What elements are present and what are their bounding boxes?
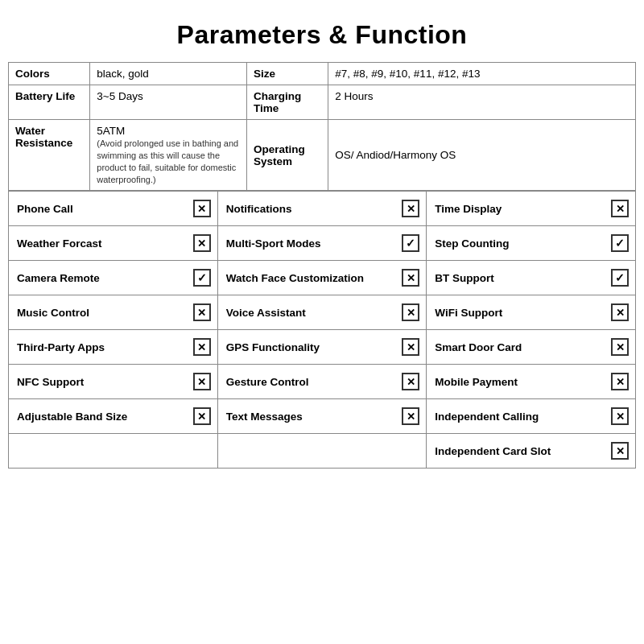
feature-label: Independent Calling (435, 411, 611, 423)
feature-cell: Third-Party Apps (9, 330, 218, 365)
feature-label: BT Support (435, 272, 611, 284)
battery-charging-row: Battery Life 3~5 Days Charging Time 2 Ho… (9, 85, 636, 120)
feature-cell: WiFi Support (427, 295, 636, 330)
feature-checkbox (193, 200, 211, 217)
colors-size-row: Colors black, gold Size #7, #8, #9, #10,… (9, 63, 636, 85)
feature-checkbox (611, 407, 629, 425)
feature-label: Independent Card Slot (435, 445, 611, 457)
feature-row: Independent Card Slot (9, 434, 636, 469)
water-note: (Avoid prolonged use in bathing and swim… (97, 138, 238, 184)
feature-cell: Independent Card Slot (427, 434, 636, 469)
feature-checkbox (611, 442, 629, 460)
feature-cell: Weather Forcast (9, 226, 218, 261)
feature-label: Adjustable Band Size (17, 411, 193, 423)
feature-checkbox (402, 200, 419, 217)
feature-row: Adjustable Band SizeText MessagesIndepen… (9, 399, 636, 434)
feature-cell: Independent Calling (427, 399, 636, 434)
feature-cell (9, 434, 218, 469)
feature-checkbox (611, 303, 629, 321)
charging-label: Charging Time (254, 90, 301, 114)
feature-checkbox (193, 373, 211, 390)
feature-label: Gesture Control (226, 376, 402, 388)
feature-row: Weather ForcastMulti-Sport ModesStep Cou… (9, 226, 636, 261)
feature-label: Voice Assistant (226, 307, 402, 319)
feature-checkbox (193, 407, 211, 425)
water-label: Water Resistance (15, 125, 72, 149)
feature-checkbox (611, 234, 629, 252)
feature-cell: Music Control (9, 295, 218, 330)
feature-checkbox (402, 303, 419, 321)
feature-cell: Text Messages (217, 399, 427, 434)
feature-cell: Mobile Payment (427, 365, 636, 399)
feature-cell: Time Display (427, 192, 636, 226)
feature-checkbox (193, 303, 211, 321)
feature-cell: Multi-Sport Modes (217, 226, 427, 261)
feature-label: NFC Support (17, 376, 193, 388)
feature-checkbox (402, 234, 419, 252)
feature-label: Weather Forcast (17, 237, 193, 250)
charging-value: 2 Hours (335, 90, 373, 102)
feature-checkbox (402, 338, 419, 356)
feature-row: Third-Party AppsGPS FunctionalitySmart D… (9, 330, 636, 365)
feature-checkbox (402, 269, 419, 287)
feature-label: Third-Party Apps (17, 341, 193, 353)
feature-cell: Phone Call (9, 192, 218, 226)
feature-row: Camera RemoteWatch Face CustomizationBT … (9, 261, 636, 295)
feature-cell: Notifications (217, 192, 427, 226)
feature-label: Mobile Payment (435, 376, 611, 388)
feature-cell: Smart Door Card (427, 330, 636, 365)
feature-cell: Adjustable Band Size (9, 399, 218, 434)
feature-cell: Voice Assistant (217, 295, 427, 330)
feature-cell: NFC Support (9, 365, 218, 399)
feature-label: Time Display (435, 203, 611, 215)
feature-cell: Step Counting (427, 226, 636, 261)
os-value: OS/ Andiod/Harmony OS (335, 149, 456, 161)
feature-label: Phone Call (17, 203, 193, 215)
feature-cell: Watch Face Customization (217, 261, 427, 295)
battery-label: Battery Life (15, 90, 75, 102)
feature-label: GPS Functionality (226, 341, 402, 353)
water-os-row: Water Resistance 5ATM (Avoid prolonged u… (9, 120, 636, 191)
feature-checkbox (611, 200, 629, 217)
size-value: #7, #8, #9, #10, #11, #12, #13 (335, 68, 480, 80)
params-table: Colors black, gold Size #7, #8, #9, #10,… (8, 62, 636, 191)
feature-checkbox (193, 269, 211, 287)
size-label: Size (254, 68, 275, 80)
feature-label: Music Control (17, 307, 193, 319)
feature-label: Notifications (226, 203, 402, 215)
feature-cell: GPS Functionality (217, 330, 427, 365)
feature-checkbox (193, 338, 211, 356)
feature-checkbox (611, 338, 629, 356)
colors-label: Colors (15, 68, 50, 80)
feature-label: WiFi Support (435, 307, 611, 319)
feature-label: Watch Face Customization (226, 272, 402, 284)
feature-checkbox (193, 234, 211, 252)
feature-cell: Gesture Control (217, 365, 427, 399)
feature-row: Phone CallNotificationsTime Display (9, 192, 636, 226)
feature-cell: BT Support (427, 261, 636, 295)
feature-label: Camera Remote (17, 272, 193, 284)
water-value: 5ATM (97, 125, 125, 137)
page-title: Parameters & Function (8, 8, 636, 62)
feature-cell (217, 434, 427, 469)
colors-value: black, gold (97, 68, 149, 80)
feature-checkbox (402, 407, 419, 425)
feature-cell: Camera Remote (9, 261, 218, 295)
feature-label: Smart Door Card (435, 341, 611, 353)
battery-value: 3~5 Days (97, 90, 142, 102)
features-table: Phone CallNotificationsTime DisplayWeath… (8, 191, 636, 469)
feature-checkbox (402, 373, 419, 390)
feature-row: NFC SupportGesture ControlMobile Payment (9, 365, 636, 399)
feature-label: Multi-Sport Modes (226, 237, 402, 250)
feature-label: Text Messages (226, 411, 402, 423)
feature-checkbox (611, 269, 629, 287)
feature-label: Step Counting (435, 237, 611, 250)
feature-checkbox (611, 373, 629, 390)
feature-row: Music ControlVoice AssistantWiFi Support (9, 295, 636, 330)
os-label: Operating System (254, 143, 305, 167)
